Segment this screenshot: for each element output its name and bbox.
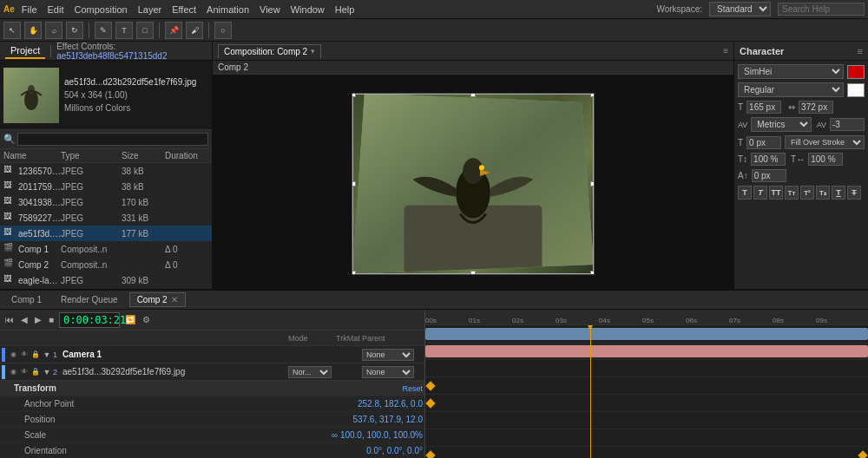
menu-animation[interactable]: Animation [207,4,249,15]
workspace-select[interactable]: Standard [709,2,771,16]
tl-loop-btn[interactable]: 🔁 [123,315,137,324]
image-parent-select[interactable]: None [362,366,414,378]
font-size-input[interactable] [746,101,781,114]
menu-help[interactable]: Help [335,4,355,15]
format-smallcaps[interactable]: Tт [785,186,799,200]
stroke-type-select[interactable]: Fill Over Stroke [785,135,865,149]
stroke-width-input[interactable] [746,136,781,149]
tracking-val-input[interactable] [830,118,865,131]
transform-reset[interactable]: Reset [402,384,423,393]
file-list-item[interactable]: 🖼ae51f3d...f5e1fe7f69.jpgJPEG177 kB [0,226,212,241]
menu-window[interactable]: Window [291,4,325,15]
handle-bottom-right[interactable] [590,271,594,274]
menu-composition[interactable]: Composition [75,4,128,15]
tool-paint[interactable]: 🖌 [186,22,203,39]
char-panel-menu[interactable]: ≡ [858,46,863,56]
menu-file[interactable]: File [22,4,37,15]
format-italic[interactable]: T [753,186,767,200]
file-list-item[interactable]: 🖼7589227_.453278195_2.jpgJPEG331 kB [0,210,212,226]
project-search-input[interactable] [17,133,208,146]
handle-top-right[interactable] [590,94,594,97]
format-strikethrough[interactable]: T [847,186,861,200]
layer-expand-camera[interactable]: ▼ [42,350,52,360]
tool-zoom[interactable]: ⌕ [45,22,62,39]
menu-edit[interactable]: Edit [48,4,64,15]
keyframe-pos-start[interactable] [425,398,435,408]
tool-select[interactable]: ↖ [3,22,21,39]
tl-home-btn[interactable]: ⏮ [3,315,16,324]
font-style-select[interactable]: Regular [738,82,844,97]
handle-bottom-mid[interactable] [470,271,476,274]
layer-lock-camera[interactable]: 🔒 [30,350,41,360]
handle-top-mid[interactable] [470,94,476,97]
horizontal-scale-input[interactable] [808,153,843,166]
camera-parent-select[interactable]: None [362,349,414,361]
tool-roto[interactable]: ○ [214,22,232,39]
vertical-scale-input[interactable] [751,153,786,166]
comp-viewer[interactable] [213,75,733,292]
format-sub[interactable]: T₂ [816,186,830,200]
project-tab[interactable]: Project [5,43,45,59]
file-list-item[interactable]: 🖼3041938_.3454761512.jpgJPEG170 kB [0,194,212,210]
fill-color-swatch[interactable] [847,65,865,79]
tl-prev-frame-btn[interactable]: ◀ [19,315,30,324]
baseline-input[interactable] [752,169,786,182]
timeline-tab-render[interactable]: Render Queue [53,292,126,307]
file-list-item[interactable]: 🎬Comp 1Composit..nΔ 0 [0,241,212,257]
file-list-item[interactable]: 🖼20117592925945.jpgJPEG38 kB [0,179,212,194]
tool-shape[interactable]: □ [136,22,154,39]
format-super[interactable]: T² [800,186,814,200]
file-list-item[interactable]: 🖼eagle-landing.jpgJPEG309 kB [0,272,212,288]
anchor-point-value[interactable]: 252.8, 182.6, 0.0 [358,399,423,409]
stroke-color-swatch[interactable] [847,83,865,97]
tool-pen[interactable]: ✎ [95,22,112,39]
timeline-tab-comp1[interactable]: Comp 1 [3,292,49,307]
tool-rotate[interactable]: ↻ [66,22,83,39]
position-value[interactable]: 537.6, 317.9, 12.0 [352,415,423,424]
tool-text[interactable]: T [115,22,133,39]
format-bold[interactable]: T [738,186,752,200]
layer-visible-camera[interactable]: 👁 [19,350,30,360]
layer-solo-image[interactable]: ◉ [8,367,18,377]
format-underline[interactable]: T [832,186,845,200]
handle-bottom-left[interactable] [352,271,356,274]
handle-left-mid[interactable] [352,181,356,186]
timeline-tab-comp2[interactable]: Comp 2 ✕ [129,292,187,307]
orientation-value[interactable]: 0.0°, 0.0°, 0.0° [366,446,423,455]
timeline-timecode[interactable]: 0:00:03:21 [59,312,120,328]
comp-panel-menu[interactable]: ≡ [723,46,728,56]
layer-name-camera[interactable]: Camera 1 [62,350,288,359]
layer-solo-camera[interactable]: ◉ [8,350,18,360]
tl-stop-btn[interactable]: ■ [47,315,56,324]
search-input[interactable] [778,3,865,16]
file-list-item[interactable]: 🎬Comp 2Composit..nΔ 0 [0,257,212,272]
layer-visible-image[interactable]: 👁 [19,367,30,377]
tracking-input[interactable] [799,101,833,114]
scale-value[interactable]: ∞ 100.0, 100.0, 100.0% [332,430,423,440]
keyframe-xrot-start[interactable] [425,450,435,458]
tool-pin[interactable]: 📌 [165,22,182,39]
handle-top-left[interactable] [352,94,356,97]
playhead[interactable] [590,325,591,458]
tool-move[interactable]: ✋ [24,22,42,39]
image-mode-select[interactable]: Nor... [288,366,332,378]
handle-right-mid[interactable] [590,181,594,186]
timeline-tracks[interactable] [425,325,868,458]
keyframe-anchor-start[interactable] [425,381,435,390]
file-list-item[interactable]: 🖼1236570428_afile.jpgJPEG38 kB [0,163,212,179]
menu-effect[interactable]: Effect [172,4,196,15]
kerning-select[interactable]: Metrics Optical [751,117,811,132]
font-family-select[interactable]: SimHei [738,64,844,79]
tl-play-btn[interactable]: ▶ [33,315,43,324]
effect-controls-tab[interactable]: Effect Controls: ae51f3deb48f8c5471315dd… [56,42,207,61]
menu-layer[interactable]: Layer [138,4,162,15]
comp-tab[interactable]: Composition: Comp 2 ▾ [218,44,321,58]
tab-close-btn[interactable]: ✕ [171,295,178,304]
tl-settings-btn[interactable]: ⚙ [141,315,152,324]
menu-view[interactable]: View [260,4,280,15]
keyframe-xrot-end[interactable] [858,450,867,458]
layer-lock-image[interactable]: 🔒 [30,367,41,377]
format-allcaps[interactable]: TT [769,186,783,200]
layer-expand-image[interactable]: ▼ [42,367,52,377]
layer-name-image[interactable]: ae51f3d...3b292df5e1fe7f69.jpg [62,367,288,376]
